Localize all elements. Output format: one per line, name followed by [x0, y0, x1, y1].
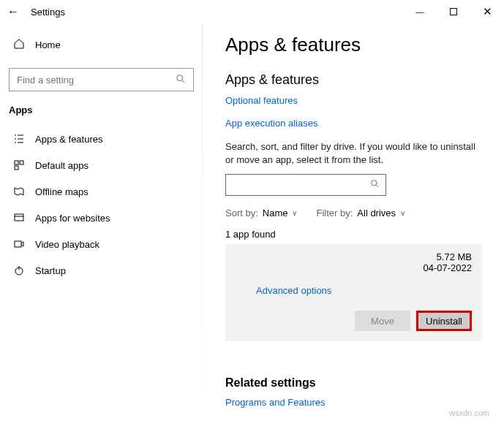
svg-rect-11: [15, 166, 18, 170]
chevron-down-icon: ∨: [400, 209, 405, 217]
move-button[interactable]: Move: [355, 311, 410, 331]
filter-by-dropdown[interactable]: Filter by: All drives ∨: [316, 208, 405, 219]
filter-label: Filter by:: [316, 208, 353, 219]
main-content: Apps & features Apps & features Optional…: [203, 23, 504, 429]
sidebar-item-label: Apps & features: [35, 134, 103, 145]
sort-by-dropdown[interactable]: Sort by: Name ∨: [225, 208, 297, 219]
app-button-row: Move Uninstall: [236, 311, 472, 331]
startup-icon: [13, 265, 25, 276]
sidebar-item-apps-features[interactable]: Apps & features: [6, 126, 197, 152]
watermark: wsxdn.com: [449, 409, 489, 417]
svg-rect-10: [20, 161, 23, 164]
minimize-button[interactable]: ―: [403, 0, 437, 23]
home-icon: [13, 38, 25, 52]
sort-filter-row: Sort by: Name ∨ Filter by: All drives ∨: [225, 208, 482, 219]
svg-rect-14: [15, 241, 21, 247]
app-card-meta-row: 5.72 MB 04-07-2022: [236, 251, 472, 273]
link-advanced-options[interactable]: Advanced options: [256, 285, 331, 296]
search-icon: [176, 74, 186, 86]
related-settings: Related settings Programs and Features: [225, 376, 482, 408]
window-controls: ― ✕: [403, 0, 504, 23]
sidebar-item-label: Video playback: [35, 239, 99, 250]
app-card[interactable]: 5.72 MB 04-07-2022 Advanced options Move…: [225, 244, 482, 341]
sort-value: Name: [263, 208, 288, 219]
svg-rect-9: [15, 161, 18, 164]
section-title: Apps & features: [225, 72, 482, 88]
back-arrow-icon[interactable]: ←: [7, 5, 19, 18]
close-button[interactable]: ✕: [470, 0, 504, 23]
sidebar-item-startup[interactable]: Startup: [6, 257, 197, 284]
sidebar-item-offline-maps[interactable]: Offline maps: [6, 178, 197, 205]
sidebar-item-label: Apps for websites: [35, 213, 110, 224]
sidebar-item-label: Default apps: [35, 160, 89, 171]
apps-websites-icon: [13, 212, 25, 224]
svg-line-18: [376, 186, 378, 188]
link-programs-features[interactable]: Programs and Features: [225, 397, 482, 408]
app-search-input[interactable]: [232, 180, 370, 191]
titlebar: ← Settings ― ✕: [0, 0, 504, 23]
sidebar: Home Apps Apps & features Default apps: [0, 23, 203, 429]
app-date: 04-07-2022: [424, 262, 473, 273]
apps-found-count: 1 app found: [225, 229, 482, 240]
uninstall-button[interactable]: Uninstall: [416, 311, 472, 331]
svg-rect-0: [451, 9, 457, 15]
maximize-button[interactable]: [437, 0, 470, 23]
video-icon: [13, 238, 25, 250]
description-text: Search, sort, and filter by drive. If yo…: [225, 140, 482, 167]
filter-value: All drives: [357, 208, 396, 219]
app-search[interactable]: [225, 174, 386, 196]
sidebar-item-video-playback[interactable]: Video playback: [6, 231, 197, 257]
sidebar-search-input[interactable]: [17, 75, 176, 86]
link-app-execution-aliases[interactable]: App execution aliases: [225, 118, 482, 129]
svg-line-2: [182, 80, 185, 83]
search-icon: [370, 179, 380, 191]
chevron-down-icon: ∨: [292, 209, 297, 217]
map-icon: [13, 186, 25, 197]
svg-point-17: [372, 181, 377, 186]
sidebar-item-default-apps[interactable]: Default apps: [6, 152, 197, 178]
related-settings-title: Related settings: [225, 376, 482, 390]
sidebar-item-label: Startup: [35, 265, 66, 276]
link-optional-features[interactable]: Optional features: [225, 95, 482, 106]
app-meta: 5.72 MB 04-07-2022: [424, 251, 473, 273]
app-size: 5.72 MB: [424, 251, 473, 262]
svg-point-1: [177, 75, 183, 80]
sort-label: Sort by:: [225, 208, 258, 219]
sidebar-home-label: Home: [35, 39, 61, 50]
list-icon: [13, 133, 25, 145]
page-title: Apps & features: [225, 34, 482, 56]
sidebar-search[interactable]: [9, 68, 194, 91]
sidebar-item-label: Offline maps: [35, 186, 89, 197]
sidebar-section-label: Apps: [6, 105, 197, 126]
sidebar-item-apps-websites[interactable]: Apps for websites: [6, 205, 197, 231]
default-apps-icon: [13, 159, 25, 171]
sidebar-home[interactable]: Home: [6, 32, 197, 58]
svg-rect-12: [15, 214, 23, 221]
window-title: Settings: [31, 7, 65, 18]
titlebar-left: ← Settings: [7, 5, 65, 18]
